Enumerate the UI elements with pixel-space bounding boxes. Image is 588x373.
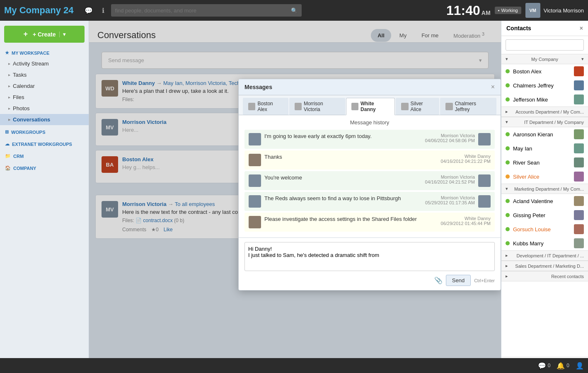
recent-contacts-label: Recent contacts — [551, 274, 584, 279]
contacts-group-header[interactable]: ▸ Accounts Department / My Com... — [501, 107, 588, 117]
messages-modal: Messages × Boston Alex Morrison Victoria… — [238, 79, 501, 291]
modal-tab-white-danny[interactable]: White Danny — [346, 98, 395, 115]
contact-item[interactable]: Gissing Peter — [501, 208, 588, 222]
contact-item[interactable]: May Ian — [501, 141, 588, 155]
clock: 11:40 AM — [446, 3, 491, 18]
contacts-group-header[interactable]: ▾ IT Department / My Company — [501, 117, 588, 127]
online-status-icon — [506, 160, 510, 165]
modal-overlay: Messages × Boston Alex Morrison Victoria… — [89, 21, 501, 373]
message-sender-avatar — [478, 195, 491, 208]
sidebar-section-company[interactable]: 🏠 COMPANY — [0, 163, 89, 173]
chevron-down-icon: ▾ — [59, 31, 65, 37]
contact-item[interactable]: Kubbs Marry — [501, 236, 588, 250]
contact-item[interactable]: Aaronson Kieran — [501, 127, 588, 141]
bottom-chat-icon[interactable]: 💬 0 — [538, 362, 551, 370]
contact-name: Silver Alice — [513, 174, 571, 180]
sidebar-section-crm[interactable]: 📁 CRM — [0, 151, 89, 161]
contact-item[interactable]: Gorsuch Louise — [501, 222, 588, 236]
bottom-user-icon[interactable]: 👤 — [576, 362, 584, 370]
sidebar-item-tasks[interactable]: ▸ Tasks — [0, 69, 89, 80]
chat-count: 0 — [548, 363, 551, 368]
modal-tabs: Boston Alex Morrison Victoria White Dann… — [239, 95, 501, 115]
contacts-group-header[interactable]: ▾ Marketing Department / My Com... — [501, 184, 588, 194]
search-input[interactable] — [115, 7, 289, 14]
message-author: Morrison Victoria — [425, 195, 475, 200]
workspace-section: ★ MY WORKSPACE ▸ Activity Stream ▸ Tasks… — [0, 48, 89, 125]
sidebar: + + Create ▾ ★ MY WORKSPACE ▸ Activity S… — [0, 21, 89, 373]
group-collapse-icon: ▾ — [581, 56, 584, 62]
contacts-search-input[interactable] — [506, 39, 584, 51]
search-bar[interactable]: 🔍 — [111, 4, 302, 17]
sidebar-section-workgroups[interactable]: ⊞ WORKGROUPS — [0, 127, 89, 137]
contacts-group-header[interactable]: ▸ Sales Department / Marketing D... — [501, 261, 588, 271]
modal-tab-chalmers-jeffrey[interactable]: Chalmers Jeffrey — [440, 98, 496, 115]
contacts-close-button[interactable]: × — [580, 25, 583, 31]
message-author: Morrison Victoria — [425, 174, 475, 179]
sidebar-item-label: Files — [13, 94, 24, 100]
group-arrow-icon: ▸ — [506, 263, 508, 269]
message-row: Please investigate the access settings i… — [244, 213, 495, 232]
contact-item[interactable]: Boston Alex — [501, 64, 588, 78]
sidebar-item-files[interactable]: ▸ Files — [0, 92, 89, 103]
clock-ampm: AM — [482, 10, 491, 16]
crm-section: 📁 CRM — [0, 151, 89, 161]
message-author: White Danny — [441, 216, 491, 221]
contact-name: Chalmers Jeffrey — [513, 82, 571, 89]
group-arrow-icon: ▾ — [506, 186, 508, 191]
online-status-icon — [506, 83, 510, 87]
message-avatar — [249, 174, 261, 187]
status-icon: ▪ — [498, 8, 500, 13]
arrow-icon: ▸ — [8, 73, 10, 77]
message-date: 05/29/2012 01:17:35 AM — [425, 200, 475, 205]
attach-icon[interactable]: 📎 — [434, 276, 443, 284]
contacts-group-header[interactable]: ▾ My Company ▾ — [501, 54, 588, 64]
user-area[interactable]: VM Victoria Morrison — [525, 3, 584, 18]
company-section: 🏠 COMPANY — [0, 163, 89, 173]
modal-close-button[interactable]: × — [491, 83, 495, 91]
contact-avatar — [574, 157, 584, 167]
sidebar-item-photos[interactable]: ▸ Photos — [0, 103, 89, 114]
contact-name: Jefferson Mike — [513, 97, 571, 103]
contact-item[interactable]: River Sean — [501, 155, 588, 170]
contact-item[interactable]: Jefferson Mike — [501, 92, 588, 107]
sidebar-item-activity-stream[interactable]: ▸ Activity Stream — [0, 58, 89, 69]
extranet-label: EXTRANET WORKGROUPS — [12, 142, 72, 147]
topbar: My Company 24 💬 ℹ 🔍 11:40 AM ▪ Working V… — [0, 0, 588, 21]
message-text: You're welcome — [264, 174, 419, 181]
group-arrow-icon: ▾ — [506, 119, 508, 125]
message-author: Morrison Victoria — [425, 133, 475, 138]
modal-tab-silver-alice[interactable]: Silver Alice — [396, 98, 439, 115]
contact-item[interactable]: Silver Alice — [501, 170, 588, 184]
message-avatar — [249, 154, 261, 166]
contact-item[interactable]: Chalmers Jeffrey — [501, 78, 588, 92]
contact-item[interactable]: Acland Valentine — [501, 194, 588, 208]
compose-textarea[interactable]: Hi Danny! I just talked to Sam, he's det… — [244, 242, 495, 271]
group-name: Accounts Department / My Com... — [515, 109, 584, 114]
bottom-bell-icon[interactable]: 🔔 0 — [557, 362, 569, 370]
message-text: Please investigate the access settings i… — [264, 216, 434, 222]
contact-name: Kubbs Marry — [513, 240, 571, 247]
main-layout: + + Create ▾ ★ MY WORKSPACE ▸ Activity S… — [0, 21, 588, 373]
contact-name: May Ian — [513, 145, 571, 152]
modal-tab-morrison-victoria[interactable]: Morrison Victoria — [289, 98, 345, 115]
workgroups-section: ⊞ WORKGROUPS — [0, 127, 89, 137]
contacts-group-header-recent[interactable]: ▸ Recent contacts — [501, 271, 588, 281]
modal-tab-boston-alex[interactable]: Boston Alex — [243, 98, 288, 115]
sidebar-section-extranet[interactable]: ☁ EXTRANET WORKGROUPS — [0, 139, 89, 149]
group-arrow-icon: ▸ — [506, 253, 508, 258]
message-row: The Reds always seem to find a way to lo… — [244, 192, 495, 211]
create-button[interactable]: + + Create ▾ — [4, 26, 85, 43]
message-avatar — [249, 216, 261, 228]
sidebar-item-conversations[interactable]: ▸ Conversations — [0, 114, 89, 125]
chat-icon[interactable]: 💬 — [82, 7, 95, 15]
contacts-group-header[interactable]: ▸ Development / IT Department / ... — [501, 250, 588, 261]
status-badge[interactable]: ▪ Working — [495, 7, 521, 14]
notification-icon[interactable]: ℹ — [99, 7, 107, 15]
sidebar-item-calendar[interactable]: ▸ Calendar — [0, 80, 89, 92]
online-status-icon — [506, 199, 510, 203]
avatar: VM — [525, 3, 540, 18]
send-button[interactable]: Send — [446, 275, 471, 286]
contact-avatar — [574, 172, 584, 182]
sidebar-section-workspace[interactable]: ★ MY WORKSPACE — [0, 48, 89, 58]
sidebar-item-label: Tasks — [13, 72, 27, 78]
